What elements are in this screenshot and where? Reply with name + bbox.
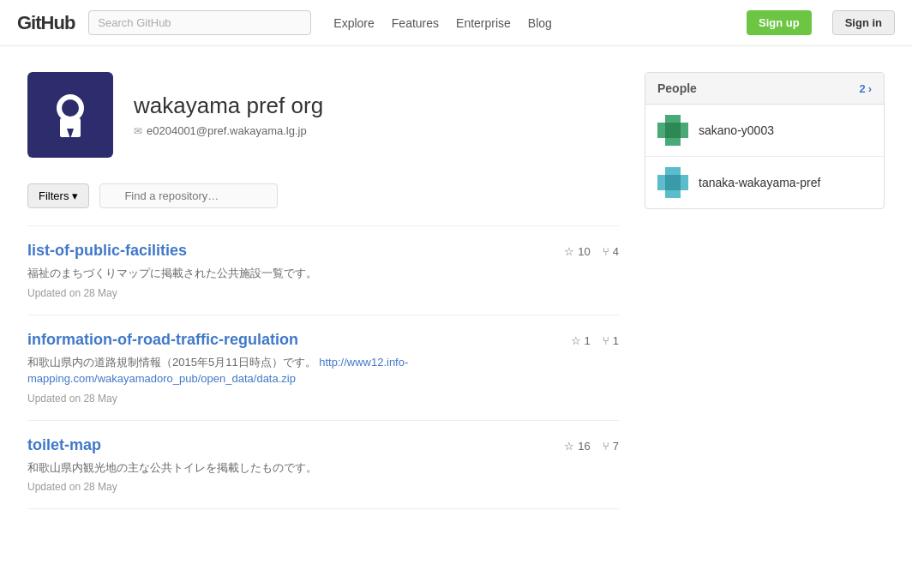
right-column: People 2 ›: [645, 72, 885, 509]
nav-blog[interactable]: Blog: [528, 16, 552, 30]
github-logo: GitHub: [17, 12, 75, 34]
svg-rect-20: [673, 167, 681, 175]
star-icon: ☆: [564, 245, 574, 258]
svg-rect-27: [673, 183, 681, 190]
svg-rect-14: [673, 130, 681, 138]
repo-item: list-of-public-facilities ☆ 10 ⑂ 4 福祉のまち…: [27, 225, 619, 315]
repo-stats: ☆ 1 ⑂ 1: [571, 331, 619, 347]
filters-chevron-icon: ▾: [72, 189, 78, 202]
svg-rect-30: [673, 190, 681, 198]
svg-rect-22: [665, 175, 673, 183]
star-count: 16: [578, 440, 590, 453]
repo-forks: ⑂ 4: [603, 245, 619, 258]
filters-button[interactable]: Filters ▾: [27, 183, 89, 208]
repo-link[interactable]: toilet-map: [27, 436, 101, 454]
repo-stars: ☆ 10: [564, 245, 590, 258]
repo-stars: ☆ 1: [571, 334, 591, 347]
person-item[interactable]: tanaka-wakayama-pref: [645, 157, 884, 208]
svg-rect-9: [665, 123, 673, 130]
fork-icon: ⑂: [603, 440, 609, 453]
main-content: wakayama pref org ✉ e0204001@pref.wakaya…: [10, 46, 902, 535]
svg-rect-24: [681, 175, 688, 183]
svg-rect-17: [673, 138, 681, 146]
repo-updated: Updated on 28 May: [27, 393, 619, 405]
svg-rect-6: [665, 115, 673, 123]
svg-rect-11: [681, 123, 688, 130]
people-count-link[interactable]: 2 ›: [859, 82, 872, 95]
svg-point-2: [62, 99, 79, 117]
avatar: [657, 167, 688, 198]
repo-stats: ☆ 10 ⑂ 4: [564, 242, 619, 258]
svg-rect-10: [673, 123, 681, 130]
filters-label: Filters: [39, 189, 69, 202]
fork-count: 1: [613, 334, 619, 347]
star-count: 1: [585, 334, 591, 347]
find-repository-input[interactable]: [99, 183, 278, 208]
repo-forks: ⑂ 1: [603, 334, 619, 347]
people-title: People: [657, 81, 697, 95]
nav-explore[interactable]: Explore: [333, 16, 374, 30]
svg-rect-26: [665, 183, 673, 190]
repo-description: 和歌山県内の道路規制情報（2015年5月11日時点）です。 http://www…: [27, 354, 619, 387]
star-count: 10: [578, 245, 590, 258]
fork-icon: ⑂: [603, 245, 609, 258]
repo-item: toilet-map ☆ 16 ⑂ 7 和歌山県内観光地の主な公共トイレを掲載し…: [27, 420, 619, 510]
repo-updated: Updated on 28 May: [27, 287, 619, 299]
search-input[interactable]: [88, 10, 311, 35]
svg-rect-29: [665, 190, 673, 198]
star-icon: ☆: [564, 440, 574, 453]
svg-rect-12: [657, 130, 665, 138]
star-icon: ☆: [571, 334, 581, 347]
person-item[interactable]: sakano-y0003: [645, 105, 884, 157]
site-header: GitHub Explore Features Enterprise Blog …: [0, 0, 912, 46]
svg-rect-7: [673, 115, 681, 123]
people-panel: People 2 ›: [645, 72, 885, 209]
svg-rect-19: [665, 167, 673, 175]
signin-button[interactable]: Sign in: [832, 10, 895, 35]
org-header: wakayama pref org ✉ e0204001@pref.wakaya…: [27, 72, 619, 158]
repo-stars: ☆ 16: [564, 440, 590, 453]
nav-enterprise[interactable]: Enterprise: [456, 16, 511, 30]
svg-rect-15: [681, 130, 688, 138]
org-email: ✉ e0204001@pref.wakayama.lg.jp: [134, 124, 323, 137]
svg-rect-21: [657, 175, 665, 183]
repo-top: information-of-road-traffic-regulation ☆…: [27, 331, 619, 349]
left-column: wakayama pref org ✉ e0204001@pref.wakaya…: [27, 72, 619, 509]
repo-description: 和歌山県内観光地の主な公共トイレを掲載したものです。: [27, 459, 619, 477]
fork-count: 7: [613, 440, 619, 453]
repo-top: list-of-public-facilities ☆ 10 ⑂ 4: [27, 242, 619, 260]
org-email-address: e0204001@pref.wakayama.lg.jp: [147, 124, 307, 137]
avatar: [657, 115, 688, 146]
header-nav: Explore Features Enterprise Blog: [333, 16, 552, 30]
nav-features[interactable]: Features: [392, 16, 439, 30]
repo-link[interactable]: list-of-public-facilities: [27, 242, 187, 260]
svg-rect-13: [665, 130, 673, 138]
email-icon: ✉: [134, 125, 142, 137]
repo-item: information-of-road-traffic-regulation ☆…: [27, 315, 619, 420]
svg-rect-16: [665, 138, 673, 146]
person-username: sakano-y0003: [699, 123, 774, 137]
repo-list: list-of-public-facilities ☆ 10 ⑂ 4 福祉のまち…: [27, 225, 619, 509]
repo-stats: ☆ 16 ⑂ 7: [564, 436, 619, 453]
svg-rect-28: [681, 183, 688, 190]
org-avatar: [27, 72, 113, 158]
people-count: 2: [859, 82, 865, 95]
org-avatar-icon: [36, 81, 105, 149]
people-header: People 2 ›: [645, 73, 884, 105]
repo-desc-text: 和歌山県内の道路規制情報（2015年5月11日時点）です。: [27, 356, 316, 369]
chevron-right-icon: ›: [868, 82, 872, 95]
person-username: tanaka-wakayama-pref: [699, 176, 820, 189]
fork-icon: ⑂: [603, 334, 609, 347]
repo-link[interactable]: information-of-road-traffic-regulation: [27, 331, 298, 349]
repo-top: toilet-map ☆ 16 ⑂ 7: [27, 436, 619, 454]
filter-bar: Filters ▾ 🔍: [27, 183, 619, 208]
signup-button[interactable]: Sign up: [747, 10, 812, 35]
repo-forks: ⑂ 7: [603, 440, 619, 453]
org-name: wakayama pref org: [134, 93, 323, 119]
repo-description: 福祉のまちづくりマップに掲載された公共施設一覧です。: [27, 265, 619, 282]
svg-rect-23: [673, 175, 681, 183]
svg-rect-25: [657, 183, 665, 190]
find-wrapper: 🔍: [99, 183, 619, 208]
repo-updated: Updated on 28 May: [27, 481, 619, 493]
fork-count: 4: [613, 245, 619, 258]
